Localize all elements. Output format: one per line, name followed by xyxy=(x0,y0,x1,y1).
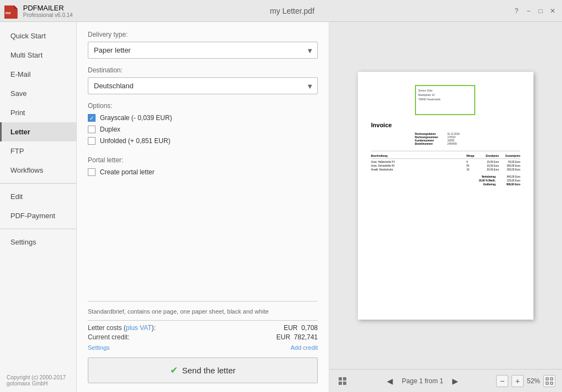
duplex-label: Duplex xyxy=(100,126,120,133)
letter-costs-amount: EUR 0,708 xyxy=(284,324,318,332)
items-header: Beschreibung Menge Einzelpreis Gesamtpre… xyxy=(371,155,520,159)
zoom-level: 52% xyxy=(527,377,540,385)
options-label: Options: xyxy=(88,102,318,110)
item-row-1: Uvex, Schutzbrille X5 55 10,00 Euro 590,… xyxy=(371,164,520,167)
next-page-button[interactable]: ▶ xyxy=(449,374,462,388)
titlebar: PDF PDFMAILER Professional v6.0.14 my Le… xyxy=(0,0,562,22)
sidebar-item-save[interactable]: Save xyxy=(0,84,76,103)
sidebar-divider-1 xyxy=(0,183,76,184)
svg-text:PDF: PDF xyxy=(5,12,11,15)
total-row-net: Nettobetrag 840,00 Euro xyxy=(371,175,520,178)
create-portal-row: Create portal letter xyxy=(88,168,318,176)
meta-row-0: Rechnungsdatum 31.12.2018 xyxy=(415,133,520,135)
send-letter-button[interactable]: ✔ Send the letter xyxy=(88,357,318,383)
current-credit-label: Current credit: xyxy=(88,333,130,341)
toolbar-left xyxy=(336,374,349,388)
page-info: Page 1 from 1 xyxy=(402,377,443,385)
prev-page-button[interactable]: ◀ xyxy=(383,374,396,388)
maximize-button[interactable]: □ xyxy=(536,6,546,16)
logo-icon: PDF xyxy=(4,3,20,19)
current-credit-amount: EUR 782,741 xyxy=(277,333,318,341)
totals-section: Nettobetrag 840,00 Euro 19,00 % MwSt. 15… xyxy=(371,175,520,186)
options-section: Options: Grayscale (- 0,039 EUR) Duplex … xyxy=(88,102,318,149)
summary-section: Standardbrief, contains one page, one pa… xyxy=(88,301,318,384)
letter-costs-label: Letter costs (plus VAT): xyxy=(88,324,156,332)
invoice-meta-table: Rechnungsdatum 31.12.2018 Rechnungsnumme… xyxy=(415,133,520,145)
sidebar-copyright: Copyright (c) 2000-2017 gotomaxx GmbH xyxy=(0,369,76,392)
meta-row-1: Rechnungsnummer 170010 xyxy=(415,136,520,139)
window-controls: ? − □ ✕ xyxy=(512,6,558,16)
item-row-0: Uvex, Halbschuhe F4 6 15,00 Euro 50,00 E… xyxy=(371,161,520,163)
send-letter-label: Send the letter xyxy=(182,366,236,375)
fit-page-button[interactable] xyxy=(543,375,555,387)
svg-marker-1 xyxy=(14,5,18,9)
unfolded-label: Unfolded (+ 0,851 EUR) xyxy=(100,137,170,145)
svg-rect-3 xyxy=(546,378,548,380)
plus-vat-link[interactable]: plus VAT xyxy=(126,324,151,332)
item-row-2: Ansell, Handschuhe 10 20,00 Euro 200,00 … xyxy=(371,168,520,171)
sidebar: Quick Start Multi Start E-Mail Save Prin… xyxy=(0,22,77,392)
sidebar-item-quick-start[interactable]: Quick Start xyxy=(0,26,76,46)
delivery-type-wrapper: Paper letter E-Mail FTP ▼ xyxy=(88,42,318,59)
settings-links: Settings Add credit xyxy=(88,344,318,351)
address-box: Simon Götz Marktplatz 10 76846 Hauenstei… xyxy=(415,85,475,115)
sidebar-divider-2 xyxy=(0,229,76,229)
minimize-button[interactable]: − xyxy=(524,6,533,16)
content-area: Delivery type: Paper letter E-Mail FTP ▼… xyxy=(77,22,562,392)
create-portal-label: Create portal letter xyxy=(100,168,154,176)
app-logo: PDF PDFMAILER Professional v6.0.14 xyxy=(4,3,73,19)
zoom-in-button[interactable]: + xyxy=(512,375,524,387)
grayscale-checkbox[interactable] xyxy=(88,114,95,122)
pdf-page: Simon Götz Marktplatz 10 76846 Hauenstei… xyxy=(358,72,533,320)
sidebar-item-ftp[interactable]: FTP xyxy=(0,141,76,161)
close-button[interactable]: ✕ xyxy=(548,6,558,16)
toolbar-right: − + 52% xyxy=(496,375,555,387)
duplex-row: Duplex xyxy=(88,126,318,133)
sidebar-item-pdf-payment[interactable]: PDF-Payment xyxy=(0,206,76,225)
destination-select[interactable]: Deutschland Österreich Schweiz xyxy=(88,77,318,94)
unfolded-row: Unfolded (+ 0,851 EUR) xyxy=(88,137,318,145)
sidebar-item-letter[interactable]: Letter xyxy=(0,122,76,141)
address-street: Marktplatz 10 xyxy=(418,93,472,97)
portal-section: Portal letter: Create portal letter xyxy=(88,156,318,180)
portal-letter-label: Portal letter: xyxy=(88,156,318,164)
svg-rect-4 xyxy=(550,378,553,380)
total-row-vat: 19,00 % MwSt. 155,60 Euro xyxy=(371,179,520,182)
left-panel: Delivery type: Paper letter E-Mail FTP ▼… xyxy=(77,22,329,392)
grid-view-button[interactable] xyxy=(336,374,349,388)
sidebar-item-email[interactable]: E-Mail xyxy=(0,65,76,84)
app-name: PDFMAILER xyxy=(23,4,73,12)
settings-link[interactable]: Settings xyxy=(88,344,110,351)
grayscale-row: Grayscale (- 0,039 EUR) xyxy=(88,114,318,122)
zoom-out-button[interactable]: − xyxy=(496,375,508,387)
delivery-type-label: Delivery type: xyxy=(88,31,318,38)
sidebar-item-print[interactable]: Print xyxy=(0,103,76,122)
destination-wrapper: Deutschland Österreich Schweiz ▼ xyxy=(88,77,318,94)
svg-rect-6 xyxy=(550,382,553,384)
add-credit-link[interactable]: Add credit xyxy=(290,344,318,351)
letter-costs-row: Letter costs (plus VAT): EUR 0,708 xyxy=(88,324,318,332)
summary-divider xyxy=(88,320,318,321)
sidebar-item-edit[interactable]: Edit xyxy=(0,187,76,206)
sidebar-item-workflows[interactable]: Workflows xyxy=(0,161,76,180)
bottom-toolbar: ◀ Page 1 from 1 ▶ − + 52% xyxy=(329,369,562,392)
help-button[interactable]: ? xyxy=(512,6,521,16)
destination-label: Destination: xyxy=(88,66,318,74)
svg-rect-5 xyxy=(546,382,548,384)
invoice-title: Invoice xyxy=(371,122,520,128)
sidebar-item-settings[interactable]: Settings xyxy=(0,232,76,252)
window-title: my Letter.pdf xyxy=(73,7,512,15)
main-layout: Quick Start Multi Start E-Mail Save Prin… xyxy=(0,22,562,392)
delivery-type-select[interactable]: Paper letter E-Mail FTP xyxy=(88,42,318,59)
grid-icon xyxy=(339,377,346,385)
checkmark-icon: ✔ xyxy=(170,365,178,376)
address-name: Simon Götz xyxy=(418,88,472,93)
total-row-final: Endbetrag 999,60 Euro xyxy=(371,183,520,186)
meta-row-3: Bestellnummer 2455455 xyxy=(415,143,520,145)
unfolded-checkbox[interactable] xyxy=(88,137,95,145)
sidebar-item-multi-start[interactable]: Multi Start xyxy=(0,46,76,65)
create-portal-checkbox[interactable] xyxy=(88,168,95,176)
address-city: 76846 Hauenstein xyxy=(418,97,472,101)
preview-area: Simon Götz Marktplatz 10 76846 Hauenstei… xyxy=(329,22,562,369)
duplex-checkbox[interactable] xyxy=(88,126,95,133)
